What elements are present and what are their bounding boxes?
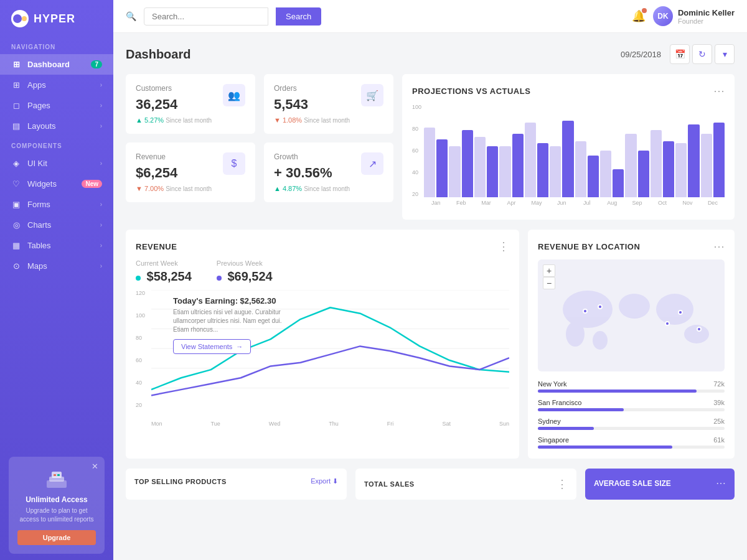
bar-label: Mar — [474, 200, 498, 206]
sidebar-item-label: UI Kit — [27, 159, 94, 168]
bar-purple — [713, 123, 725, 197]
widgets-icon: ♡ — [11, 179, 21, 189]
svg-point-16 — [593, 331, 608, 350]
bar-group — [675, 124, 699, 197]
line-chart-yaxis: 120 100 80 60 40 20 — [136, 290, 145, 408]
sidebar-logo[interactable]: HYPER — [0, 0, 113, 37]
bar-label: Jan — [424, 200, 448, 206]
revenue-line-chart: 120 100 80 60 40 20 — [136, 290, 509, 427]
upgrade-desc: Upgrade to plan to get access to unlimit… — [17, 506, 96, 524]
forms-arrow-icon: › — [100, 201, 102, 208]
prev-week-value: $69,524 — [217, 269, 273, 284]
loc-value: 39k — [713, 399, 725, 406]
svg-point-12 — [619, 294, 650, 319]
stats-bottom-row: $ Revenue $6,254 ▼ 7.00% Since last mont… — [126, 142, 393, 202]
bar-light — [424, 128, 435, 198]
sidebar-item-charts[interactable]: ◎ Charts › — [0, 215, 113, 235]
sidebar-item-uikit[interactable]: ◈ UI Kit › — [0, 153, 113, 174]
nav-section-label: NAVIGATION — [0, 37, 113, 54]
rev-by-loc-title: REVENUE BY LOCATION — [538, 242, 640, 251]
maps-arrow-icon: › — [100, 263, 102, 269]
bar-label: Apr — [499, 200, 523, 206]
bar-purple — [588, 156, 599, 198]
sidebar-item-dashboard[interactable]: ⊞ Dashboard 7 — [0, 54, 113, 75]
loc-name: San Francisco — [538, 399, 581, 406]
sidebar-item-widgets[interactable]: ♡ Widgets New — [0, 174, 113, 194]
uikit-icon: ◈ — [11, 159, 21, 168]
avg-sale-menu-btn[interactable]: ⋯ — [716, 477, 726, 489]
current-week-value: $58,254 — [136, 269, 192, 284]
bar-group — [525, 123, 548, 197]
sidebar-item-forms[interactable]: ▣ Forms › — [0, 194, 113, 215]
sidebar-item-pages[interactable]: ◻ Pages › — [0, 95, 113, 116]
top-selling-card: TOP SELLING PRODUCTS Export ⬇ — [126, 469, 347, 500]
map-dot-extra — [697, 327, 702, 332]
upgrade-close-btn[interactable]: ✕ — [92, 462, 98, 471]
rev-by-loc-menu-btn[interactable]: ⋯ — [713, 240, 725, 253]
loc-bar-bg — [538, 427, 725, 430]
map-area: + − — [538, 259, 725, 371]
sidebar-item-label: Charts — [27, 220, 94, 230]
sidebar-item-maps[interactable]: ⊙ Maps › — [0, 256, 113, 276]
bar-purple — [562, 121, 573, 197]
avatar: DK — [653, 6, 673, 26]
upgrade-box: ✕ Unlimited Access Upgrade to plan to ge… — [9, 457, 105, 554]
loc-name: Singapore — [538, 436, 569, 444]
projections-header: PROJECTIONS VS ACTUALS ⋯ — [412, 84, 725, 98]
calendar-btn[interactable]: 📅 — [670, 44, 690, 64]
upgrade-button[interactable]: Upgrade — [17, 530, 96, 545]
svg-point-15 — [566, 322, 585, 347]
bar-light — [625, 134, 636, 197]
search-icon: 🔍 — [126, 11, 136, 21]
revenue-title: REVENUE — [136, 242, 177, 251]
export-link[interactable]: Export ⬇ — [311, 477, 338, 485]
search-button[interactable]: Search — [276, 7, 321, 26]
bar-purple — [638, 151, 649, 197]
bar-group — [625, 134, 649, 197]
growth-change: ▲ 4.87% Since last month — [274, 185, 383, 192]
bar-light — [651, 130, 662, 197]
proj-yaxis: 100 80 60 40 20 — [412, 104, 424, 210]
bar-purple — [613, 169, 624, 197]
bar-group — [600, 151, 624, 197]
uikit-arrow-icon: › — [100, 160, 102, 167]
view-statements-button[interactable]: View Statements → — [173, 339, 251, 354]
revenue-menu-btn[interactable]: ⋮ — [498, 240, 509, 253]
sidebar-item-layouts[interactable]: ▤ Layouts › — [0, 116, 113, 136]
avg-sale-title: AVERAGE SALE SIZE — [594, 479, 671, 488]
total-sales-menu-btn[interactable]: ⋮ — [557, 477, 568, 491]
current-week-dot — [136, 276, 141, 281]
bar-light — [525, 123, 536, 197]
sidebar-item-tables[interactable]: ▦ Tables › — [0, 235, 113, 256]
bar-purple — [487, 146, 498, 198]
apps-arrow-icon: › — [100, 82, 102, 88]
loc-bar-fill — [538, 427, 594, 430]
user-profile[interactable]: DK Dominic Keller Founder — [653, 6, 735, 26]
bottom-cards-row: TOP SELLING PRODUCTS Export ⬇ TOTAL SALE… — [126, 469, 735, 500]
bar-group — [424, 128, 448, 198]
projections-menu-btn[interactable]: ⋯ — [713, 84, 725, 98]
bottom-row: REVENUE ⋮ Current Week $58,254 Previous … — [126, 230, 735, 459]
sidebar-item-apps[interactable]: ⊞ Apps › — [0, 75, 113, 95]
refresh-btn[interactable]: ↻ — [692, 44, 712, 64]
total-sales-card: TOTAL SALES ⋮ — [355, 469, 576, 500]
search-input[interactable] — [144, 7, 268, 26]
bar-group — [575, 141, 599, 197]
notification-dot — [642, 8, 647, 13]
filter-btn[interactable]: ▾ — [715, 44, 735, 64]
sidebar-item-label: Maps — [27, 261, 94, 271]
bar-light — [449, 146, 460, 198]
stat-card-orders: 🛒 Orders 5,543 ▼ 1.08% Since last month — [264, 74, 393, 134]
bar-group — [701, 123, 725, 197]
loc-item-sanfrancisco: San Francisco 39k — [538, 399, 725, 411]
loc-item-newyork: New York 72k — [538, 380, 725, 393]
notification-bell[interactable]: 🔔 — [632, 9, 646, 23]
loc-name: New York — [538, 380, 566, 388]
user-role: Founder — [678, 17, 735, 25]
proj-bar-chart — [424, 104, 725, 197]
stat-card-growth: ↗ Growth + 30.56% ▲ 4.87% Since last mon… — [264, 142, 393, 202]
bar-label: Oct — [651, 200, 674, 206]
sidebar-item-label: Layouts — [27, 121, 94, 131]
loc-value: 72k — [713, 380, 725, 388]
charts-icon: ◎ — [11, 220, 21, 230]
